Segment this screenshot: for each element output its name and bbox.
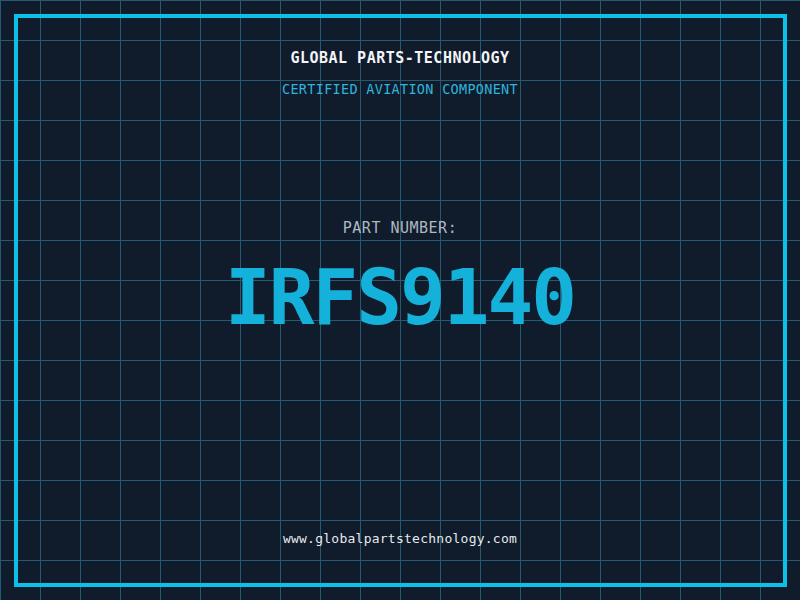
certification-subtitle: CERTIFIED AVIATION COMPONENT xyxy=(0,81,800,97)
website-url: www.globalpartstechnology.com xyxy=(0,531,800,546)
certificate-placard: GLOBAL PARTS-TECHNOLOGY CERTIFIED AVIATI… xyxy=(0,0,800,600)
company-name: GLOBAL PARTS-TECHNOLOGY xyxy=(0,49,800,67)
part-number-label: PART NUMBER: xyxy=(0,219,800,237)
part-number-value: IRFS9140 xyxy=(0,253,800,342)
